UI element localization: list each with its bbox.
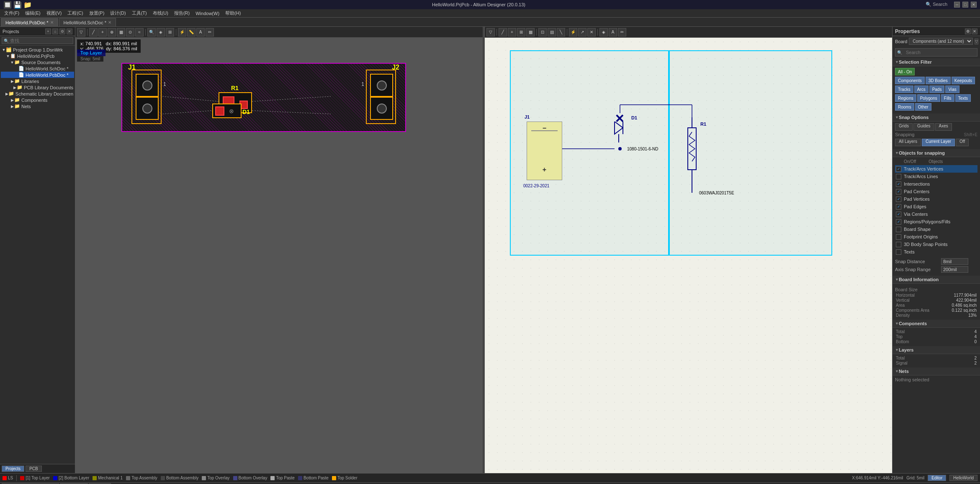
- pcb-comp-j2[interactable]: [366, 70, 396, 124]
- menu-file[interactable]: 文件(F): [2, 9, 22, 18]
- menu-window[interactable]: Window(W): [193, 9, 222, 18]
- object-row-pededges[interactable]: ✓ Pad Edges: [895, 203, 977, 210]
- status-mech1[interactable]: Mechanical 1: [93, 476, 123, 480]
- sch-toolbar-filter[interactable]: ▽: [486, 28, 495, 36]
- snap-off-btn[interactable]: Off: [956, 139, 969, 146]
- status-bottomassembly[interactable]: Bottom Assembly: [161, 476, 198, 480]
- menu-project[interactable]: 工程(C): [65, 9, 85, 18]
- status-tab-editor[interactable]: Editor: [928, 475, 946, 481]
- snap-alllayers-btn[interactable]: All Layers: [895, 139, 921, 146]
- pcb-toolbar-zoom[interactable]: 🔍: [147, 28, 156, 36]
- filter-tracks-btn[interactable]: Tracks: [895, 85, 913, 93]
- pcb-toolbar-measure[interactable]: 📏: [187, 28, 195, 36]
- status-topassembly[interactable]: Top Assembly: [126, 476, 157, 480]
- props-search-input[interactable]: [903, 49, 975, 56]
- filter-fills-btn[interactable]: Fills: [941, 94, 954, 102]
- tree-item-sourcedocs[interactable]: ▼ 📁 Source Documents: [1, 59, 74, 65]
- pcb-toolbar-pen[interactable]: ✏: [206, 28, 214, 36]
- check-viacenters[interactable]: ✓: [896, 212, 901, 217]
- tree-item-libraries[interactable]: ▶ 📁 Libraries: [1, 78, 74, 84]
- filter-allon-btn[interactable]: All - On: [895, 68, 915, 75]
- sch-toolbar-line[interactable]: ╲: [557, 28, 565, 36]
- filter-3dbodies-btn[interactable]: 3D Bodies: [926, 77, 951, 84]
- tree-item-projectgroup[interactable]: ▼ 🗂️ Project Group 1.DsnWrk: [1, 47, 74, 53]
- filter-regions-btn[interactable]: Regions: [895, 94, 916, 102]
- nets-section-header[interactable]: ▼ Nets: [893, 368, 980, 375]
- tree-item-pcblib[interactable]: ▶ 📁 PCB Library Documents: [1, 84, 74, 91]
- check-texts[interactable]: [896, 249, 901, 255]
- pcb-comp-d1[interactable]: ⊗ D1: [212, 104, 242, 118]
- snap-currentlayer-btn[interactable]: Current Layer: [922, 139, 955, 146]
- filter-polygons-btn[interactable]: Polygons: [917, 94, 940, 102]
- pcb-toolbar-highlight[interactable]: ⚡: [178, 28, 186, 36]
- status-bottomlayer[interactable]: [2] Bottom Layer: [53, 476, 89, 480]
- panel-icon-home[interactable]: ⌂: [52, 28, 58, 34]
- object-row-boardshape[interactable]: Board Shape: [895, 225, 977, 233]
- check-trackarcslines[interactable]: [896, 174, 901, 179]
- status-bottomoverlay[interactable]: Bottom Overlay: [233, 476, 268, 480]
- left-tab-pcb[interactable]: PCB: [26, 466, 42, 472]
- object-row-3dbodysnap[interactable]: 3D Body Snap Points: [895, 241, 977, 248]
- sch-canvas[interactable]: − + J1 0022-29-2021 ✕ D1 1: [485, 38, 892, 473]
- object-row-viacenters[interactable]: ✓ Via Centers: [895, 210, 977, 218]
- snap-options-header[interactable]: ▼ Snap Options: [893, 114, 980, 122]
- object-row-regionsfills[interactable]: ✓ Regions/Polygons/Fills: [895, 218, 977, 225]
- sch-toolbar-place[interactable]: ▦: [526, 28, 535, 36]
- sch-toolbar-pen[interactable]: ✏: [618, 28, 626, 36]
- menu-design[interactable]: 设计(D): [108, 9, 128, 18]
- status-topoverlay[interactable]: Top Overlay: [202, 476, 229, 480]
- pcb-toolbar-clearance[interactable]: ⊞: [166, 28, 174, 36]
- sch-toolbar-hier[interactable]: ▤: [548, 28, 556, 36]
- pcb-comp-j1[interactable]: [131, 70, 162, 124]
- snap-distance-input[interactable]: [941, 258, 968, 265]
- filter-vias-btn[interactable]: Vias: [945, 85, 959, 93]
- pcb-toolbar-bus[interactable]: +: [98, 28, 107, 36]
- object-row-texts[interactable]: Texts: [895, 248, 977, 256]
- status-topsolder[interactable]: Top Solder: [332, 476, 358, 480]
- menu-help[interactable]: 帮助(H): [223, 9, 243, 18]
- filter-other-btn[interactable]: Other: [915, 103, 931, 111]
- properties-close-icon[interactable]: ✕: [972, 28, 977, 34]
- object-row-footprintorigins[interactable]: Footprint Origins: [895, 233, 977, 241]
- check-padvertices[interactable]: ✓: [896, 197, 901, 202]
- tree-item-pcbdoc[interactable]: 📄 HelloWorld.PcbDoc *: [1, 72, 74, 78]
- tab-schdoc[interactable]: HelloWorld.SchDoc * ✕: [59, 18, 116, 26]
- snap-axes-btn[interactable]: Axes: [935, 123, 952, 131]
- pcb-toolbar-A[interactable]: A: [196, 28, 205, 36]
- filter-components-btn[interactable]: Components: [895, 77, 925, 84]
- status-bottompaste[interactable]: Bottom Paste: [298, 476, 329, 480]
- status-toplayer[interactable]: [1] Top Layer: [20, 476, 50, 480]
- sch-toolbar-bus[interactable]: +: [508, 28, 516, 36]
- check-regionsfills[interactable]: ✓: [896, 219, 901, 225]
- sch-comp-d1[interactable]: ✕: [615, 113, 624, 125]
- object-row-trackarcsvertices[interactable]: ✓ Track/Arcs Vertices: [895, 165, 977, 173]
- selection-filter-header[interactable]: ▼ Selection Filter: [893, 58, 980, 66]
- sch-toolbar-offsheet[interactable]: ↗: [578, 28, 586, 36]
- check-trackarcsvertices[interactable]: ✓: [896, 166, 901, 172]
- pcb-toolbar-place[interactable]: ▦: [117, 28, 125, 36]
- close-tab-sch[interactable]: ✕: [108, 20, 111, 25]
- pcb-toolbar-text[interactable]: ≈: [135, 28, 144, 36]
- tab-pcbdoc[interactable]: HelloWorld.PcbDoc * ✕: [1, 18, 58, 26]
- sch-toolbar-wire[interactable]: ╱: [499, 28, 507, 36]
- sch-toolbar-power[interactable]: ⚡: [569, 28, 577, 36]
- object-row-padcenters[interactable]: ✓ Pad Centers: [895, 188, 977, 195]
- check-3dbodysnap[interactable]: [896, 242, 901, 247]
- close-button[interactable]: ✕: [971, 2, 977, 8]
- object-row-padvertices[interactable]: ✓ Pad Vertices: [895, 195, 977, 203]
- check-padedges[interactable]: ✓: [896, 204, 901, 210]
- menu-tools[interactable]: 工具(T): [129, 9, 149, 18]
- minimize-button[interactable]: ─: [954, 2, 960, 8]
- menu-place[interactable]: 放置(P): [87, 9, 107, 18]
- sch-toolbar-netpin[interactable]: ⊞: [517, 28, 525, 36]
- filter-keepouts-btn[interactable]: Keepouts: [952, 77, 975, 84]
- filter-icon[interactable]: ▽: [975, 39, 978, 44]
- filter-texts-btn[interactable]: Texts: [955, 94, 971, 102]
- filter-rooms-btn[interactable]: Rooms: [895, 103, 914, 111]
- tree-item-schdoc[interactable]: 📄 HelloWorld.SchDoc *: [1, 65, 74, 72]
- sch-toolbar-comp[interactable]: ⊡: [538, 28, 547, 36]
- filter-arcs-btn[interactable]: Arcs: [914, 85, 929, 93]
- snap-grids-btn[interactable]: Grids: [895, 123, 913, 131]
- status-tab-helloworld[interactable]: HelloWorld: [949, 475, 977, 481]
- tree-item-schlib[interactable]: ▶ 📁 Schematic Library Documen: [1, 91, 74, 97]
